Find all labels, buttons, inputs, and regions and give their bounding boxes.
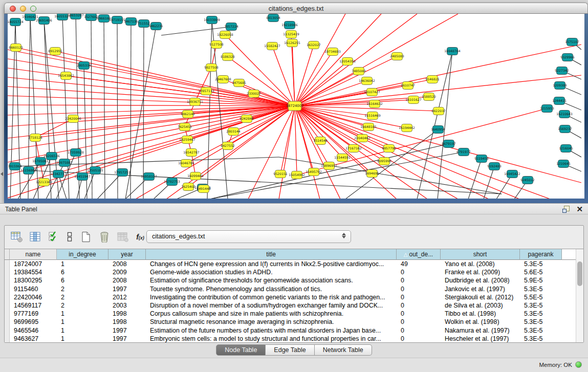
- graph-node[interactable]: 19734693: [324, 48, 341, 56]
- citation-edge-red[interactable]: [295, 106, 297, 175]
- citation-edge-red[interactable]: [280, 106, 295, 174]
- graph-node[interactable]: 11156869: [20, 167, 37, 174]
- column-header-out_de...[interactable]: △out_de...: [397, 249, 441, 260]
- table-row[interactable]: 1830029562008Estimation of significance …: [5, 276, 576, 285]
- graph-node[interactable]: 1514549: [313, 137, 328, 145]
- table-scrollbar[interactable]: [576, 249, 583, 342]
- graph-node[interactable]: 9862140: [181, 111, 195, 118]
- table-row[interactable]: 946554611997Estimation of the future num…: [5, 326, 576, 335]
- network-canvas[interactable]: 1405572419346421206914061605532710653287…: [8, 14, 584, 199]
- citation-edge-black[interactable]: [438, 51, 452, 199]
- graph-node[interactable]: 2330027: [247, 90, 261, 98]
- graph-node[interactable]: 15582427: [264, 42, 280, 50]
- column-header-in_degree[interactable]: in_degree: [57, 249, 108, 260]
- tab-node-table[interactable]: Node Table: [216, 344, 266, 356]
- graph-node[interactable]: 2803144: [226, 128, 241, 136]
- citation-edge-black[interactable]: [130, 21, 131, 199]
- tab-network-table[interactable]: Network Table: [315, 344, 372, 356]
- graph-node[interactable]: 16033809: [204, 16, 220, 24]
- network-window-titlebar[interactable]: citations_edges.txt: [4, 3, 588, 14]
- table-row[interactable]: 969969511998Structural magnetic resonanc…: [5, 318, 576, 326]
- graph-node[interactable]: 9127508: [209, 41, 224, 49]
- citation-edge-black[interactable]: [417, 51, 452, 199]
- graph-node[interactable]: 8813054: [266, 14, 280, 22]
- graph-node[interactable]: 1640954: [431, 126, 445, 134]
- column-header-year[interactable]: year: [108, 249, 146, 260]
- show-columns-button[interactable]: [28, 230, 42, 244]
- graph-node[interactable]: 16945422: [504, 170, 520, 178]
- graph-node[interactable]: 8095993: [377, 158, 391, 165]
- graph-node[interactable]: 9119458: [474, 155, 489, 163]
- row-height-button[interactable]: [62, 230, 77, 244]
- graph-node[interactable]: 19218986: [281, 21, 298, 29]
- graph-node[interactable]: 2718126: [28, 134, 42, 142]
- delete-table-button[interactable]: [97, 230, 112, 244]
- side-panel-collapse-arrow[interactable]: [1, 172, 3, 176]
- table-row[interactable]: 911546021997Tourette syndrome. Phenomeno…: [5, 285, 576, 293]
- graph-node[interactable]: 3215953: [540, 105, 554, 113]
- citation-edge-red[interactable]: [295, 106, 581, 183]
- close-panel-icon[interactable]: ✕: [576, 205, 583, 213]
- citation-edge-black[interactable]: [76, 15, 79, 199]
- citation-edge-red[interactable]: [295, 106, 329, 166]
- graph-node[interactable]: 12342737: [50, 170, 67, 178]
- column-header-name[interactable]: name: [10, 249, 57, 260]
- graph-node[interactable]: 16542787: [183, 149, 200, 157]
- graph-node[interactable]: 7485083: [352, 68, 366, 75]
- graph-node[interactable]: 9242848: [239, 115, 254, 123]
- table-row[interactable]: 977716911998Corpus callosum shape and si…: [5, 310, 576, 318]
- graph-node[interactable]: 8822037: [431, 107, 446, 115]
- tab-edge-table[interactable]: Edge Table: [266, 344, 314, 356]
- graph-node[interactable]: 1632027: [307, 41, 321, 49]
- table-row[interactable]: 946362711997Embryonic stem cells: a mode…: [5, 335, 576, 342]
- graph-node[interactable]: 1610747: [401, 82, 415, 90]
- citation-edge-red[interactable]: [8, 106, 295, 150]
- graph-node[interactable]: 10896957: [321, 162, 337, 170]
- table-scrollbar-thumb[interactable]: [577, 261, 582, 286]
- graph-node[interactable]: 16126255: [284, 39, 300, 47]
- graph-node[interactable]: 7857224: [224, 23, 238, 31]
- graph-node[interactable]: 1216045: [559, 145, 573, 152]
- citation-edge-red[interactable]: [66, 76, 295, 106]
- graph-node[interactable]: 3475685: [232, 79, 246, 87]
- graph-node[interactable]: 10107427: [364, 89, 380, 96]
- hub-node[interactable]: 18724007: [286, 101, 304, 111]
- graph-node[interactable]: 9857791: [382, 145, 396, 152]
- table-select-combo[interactable]: citations_edges.txt: [146, 230, 351, 243]
- graph-node[interactable]: 9192483: [487, 163, 502, 170]
- citation-edge-red[interactable]: [8, 105, 295, 106]
- graph-node[interactable]: 14636042: [359, 77, 375, 85]
- graph-node[interactable]: 16543862: [58, 72, 74, 80]
- graph-node[interactable]: 9329966: [560, 54, 575, 61]
- graph-node[interactable]: 9245012: [520, 177, 535, 184]
- graph-node[interactable]: 8912955: [48, 48, 62, 55]
- graph-node[interactable]: 2805334: [77, 62, 91, 70]
- graph-node[interactable]: 9227342: [555, 67, 569, 75]
- graph-node[interactable]: 14055724: [8, 18, 24, 26]
- select-rows-button[interactable]: [47, 230, 61, 244]
- graph-node[interactable]: 6791977: [456, 148, 471, 156]
- graph-node[interactable]: 16782753: [164, 178, 180, 186]
- graph-node[interactable]: 1467136: [124, 18, 138, 26]
- graph-node[interactable]: 1694695: [365, 170, 379, 178]
- new-table-button[interactable]: [79, 230, 93, 244]
- citation-edge-red[interactable]: [44, 106, 295, 182]
- column-header-short[interactable]: short: [441, 249, 520, 260]
- graph-node[interactable]: 1210645: [556, 160, 571, 168]
- graph-node[interactable]: 16785061: [32, 158, 49, 165]
- citation-edge-black[interactable]: [210, 144, 449, 199]
- function-builder-button[interactable]: f(x): [133, 230, 147, 244]
- graph-node[interactable]: 10653287: [68, 14, 84, 19]
- column-header-pagerank[interactable]: pagerank: [520, 249, 562, 260]
- graph-node[interactable]: 20691406: [36, 17, 52, 25]
- graph-node[interactable]: 16194442: [399, 124, 415, 132]
- memory-status-dot[interactable]: [575, 361, 582, 368]
- graph-node[interactable]: 1575107: [565, 38, 579, 46]
- graph-node[interactable]: 8660123: [9, 44, 23, 52]
- graph-node[interactable]: 12505185: [87, 167, 103, 174]
- table-row[interactable]: 1938455462009Genome-wide association stu…: [5, 268, 576, 276]
- citation-edge-red[interactable]: [272, 46, 295, 106]
- graph-node[interactable]: 1527602: [84, 14, 98, 21]
- graph-node[interactable]: 20206536: [43, 152, 60, 160]
- table-settings-button[interactable]: [10, 230, 24, 244]
